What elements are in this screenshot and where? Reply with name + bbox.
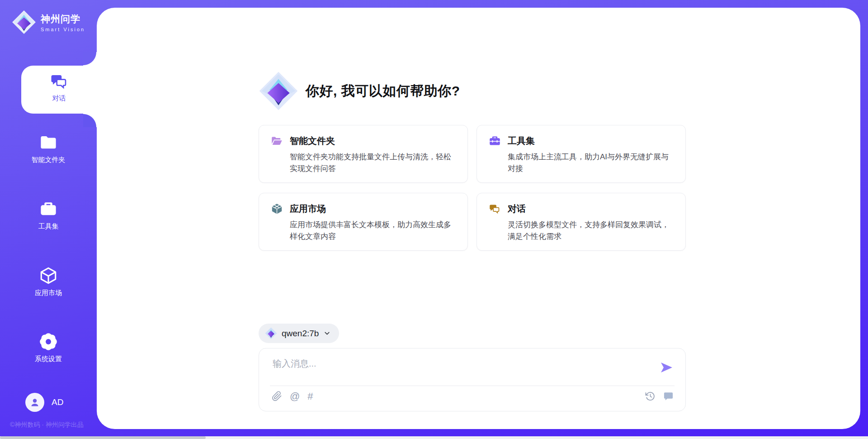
toolbox-icon (39, 200, 58, 219)
card-chat[interactable]: 对话 灵活切换多模型文件，支持多样回复效果调试，满足个性化需求 (476, 193, 686, 251)
card-description: 灵活切换多模型文件，支持多样回复效果调试，满足个性化需求 (508, 219, 674, 242)
message-composer: @ # (259, 348, 686, 411)
paperclip-icon[interactable] (272, 391, 282, 401)
main-panel: 你好, 我可以如何帮助你? 智能文件夹 智能文件夹功能支持批量文件上传与清洗，轻… (97, 8, 860, 429)
message-input[interactable] (273, 358, 643, 381)
folder-open-icon (271, 135, 283, 147)
cube-icon (271, 203, 283, 215)
card-toolset[interactable]: 工具集 集成市场上主流工具，助力AI与外界无缝扩展与对接 (476, 125, 686, 183)
sidebar-item-settings[interactable]: 系统设置 (0, 332, 97, 363)
greeting: 你好, 我可以如何帮助你? (259, 71, 460, 111)
greeting-title: 你好, 我可以如何帮助你? (306, 82, 460, 100)
horizontal-scrollbar-track[interactable] (0, 436, 868, 439)
composer-toolbar: @ # (272, 391, 313, 401)
card-description: 应用市场提供丰富长文本模板，助力高效生成多样化文章内容 (290, 219, 456, 242)
cube-icon (39, 266, 58, 285)
sidebar-footer: ©神州数码 · 神州问学出品 (10, 421, 84, 429)
card-title: 工具集 (508, 135, 535, 147)
card-title: 智能文件夹 (290, 135, 335, 147)
horizontal-scrollbar-thumb[interactable] (0, 436, 206, 439)
brand-subtitle: Smart Vision (41, 27, 85, 32)
sidebar-item-chat[interactable]: 对话 (21, 66, 97, 114)
sidebar-item-label: 工具集 (0, 222, 97, 231)
chevron-down-icon (323, 329, 331, 337)
sidebar: 神州问学 Smart Vision 对话 智能文件夹 工 (0, 0, 97, 436)
composer-divider (270, 386, 675, 386)
brand-name: 神州问学 (41, 13, 85, 25)
sidebar-item-label: 系统设置 (0, 355, 97, 363)
sidebar-item-label: 应用市场 (0, 289, 97, 297)
brand-logo-diamond-icon (12, 10, 36, 34)
toolbox-icon (489, 135, 501, 147)
feature-cards: 智能文件夹 智能文件夹功能支持批量文件上传与清洗，轻松实现文件问答 工具集 集成… (259, 125, 686, 251)
send-icon[interactable] (659, 360, 674, 375)
card-description: 集成市场上主流工具，助力AI与外界无缝扩展与对接 (508, 151, 674, 174)
chat-bubble-icon[interactable] (663, 391, 674, 401)
model-name: qwen2:7b (282, 329, 319, 339)
model-diamond-icon (265, 327, 277, 339)
user-account[interactable]: AD (25, 393, 63, 412)
user-initials: AD (52, 397, 63, 407)
history-icon[interactable] (645, 391, 656, 401)
folder-icon (39, 133, 58, 152)
composer-right-toolbar (645, 391, 674, 401)
person-icon (29, 397, 40, 408)
sidebar-item-app-market[interactable]: 应用市场 (0, 266, 97, 297)
card-title: 应用市场 (290, 203, 326, 215)
hashtag-icon[interactable]: # (307, 391, 313, 401)
gear-icon (39, 332, 58, 351)
greeting-logo-diamond-icon (259, 71, 298, 111)
card-description: 智能文件夹功能支持批量文件上传与清洗，轻松实现文件问答 (290, 151, 456, 174)
avatar (25, 393, 44, 412)
chat-icon (489, 203, 501, 215)
sidebar-item-label: 对话 (21, 94, 97, 103)
card-title: 对话 (508, 203, 526, 215)
sidebar-item-label: 智能文件夹 (0, 156, 97, 164)
model-selector[interactable]: qwen2:7b (259, 324, 339, 343)
mention-icon[interactable]: @ (290, 391, 300, 401)
card-app-market[interactable]: 应用市场 应用市场提供丰富长文本模板，助力高效生成多样化文章内容 (259, 193, 468, 251)
brand: 神州问学 Smart Vision (12, 10, 85, 34)
card-smart-folder[interactable]: 智能文件夹 智能文件夹功能支持批量文件上传与清洗，轻松实现文件问答 (259, 125, 468, 183)
chat-icon (50, 72, 69, 91)
sidebar-item-toolset[interactable]: 工具集 (0, 200, 97, 231)
sidebar-item-smart-folder[interactable]: 智能文件夹 (0, 133, 97, 164)
